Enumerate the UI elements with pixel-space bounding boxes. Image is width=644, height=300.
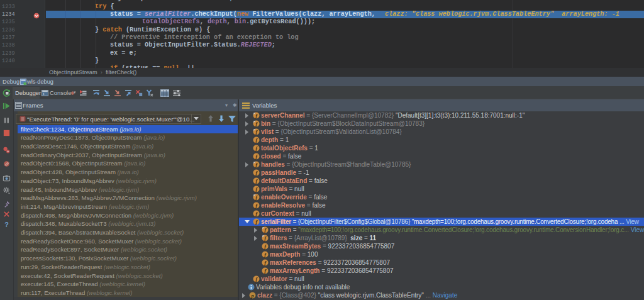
svg-text:p: p xyxy=(251,292,254,299)
svg-text:?: ? xyxy=(4,220,9,228)
